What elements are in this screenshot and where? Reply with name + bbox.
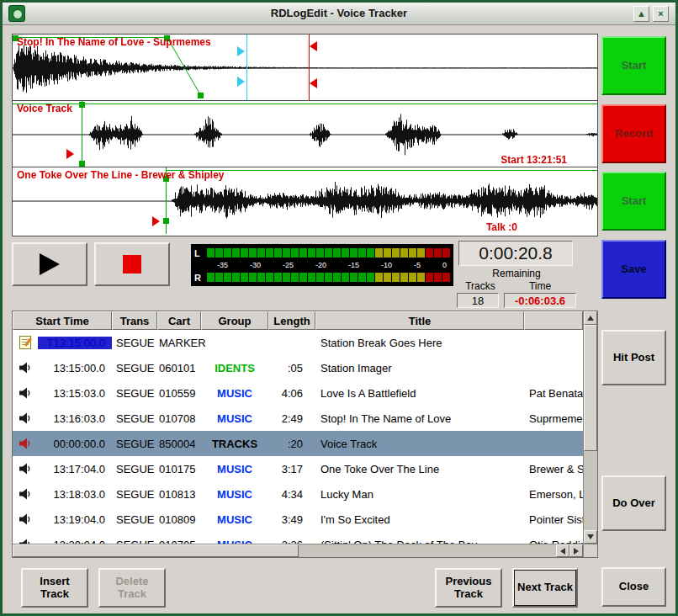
shade-button[interactable]: ▲	[633, 6, 649, 22]
end-marker[interactable]	[310, 78, 317, 88]
close-button[interactable]: Close	[601, 567, 666, 607]
cell-length: 3:17	[268, 463, 315, 475]
col-title[interactable]: Title	[315, 311, 524, 330]
speaker-icon	[19, 361, 32, 374]
row-icon	[13, 538, 38, 544]
meter-segment	[417, 248, 425, 258]
playhead-marker[interactable]	[237, 46, 245, 56]
previous-track-button[interactable]: Previous Track	[435, 568, 502, 608]
play-button[interactable]	[12, 242, 87, 286]
cell-group: MUSIC	[201, 488, 268, 501]
log-row[interactable]: 13:15:03.0 SEGUE 010559 MUSIC 4:06 Love …	[13, 380, 583, 406]
playhead-marker[interactable]	[237, 77, 245, 87]
hit-post-button[interactable]: Hit Post	[601, 330, 666, 385]
scroll-left-button[interactable]	[556, 544, 569, 557]
col-artist[interactable]	[524, 311, 583, 330]
horizontal-scrollbar[interactable]	[13, 544, 583, 557]
right-arrow-icon	[574, 548, 579, 555]
log-header: Start Time Trans Cart Group Length Title	[13, 311, 583, 330]
cell-group: MUSIC	[201, 513, 268, 526]
waveform-panel: Stop! In The Name of Love - Suprmemes Vo…	[12, 34, 598, 236]
meter-segment	[333, 248, 341, 258]
log-row[interactable]: T13:15:00.0 SEGUE MARKER Station Break G…	[13, 330, 583, 355]
log-row[interactable]: 13:16:03.0 SEGUE 010708 MUSIC 2:49 Stop!…	[13, 406, 583, 431]
meter-scale-tick: -35	[217, 261, 228, 269]
log-body: T13:15:00.0 SEGUE MARKER Station Break G…	[13, 330, 583, 544]
meter-segment	[392, 248, 400, 258]
meter-segment	[342, 273, 349, 282]
stop-button[interactable]	[94, 242, 170, 286]
meter-segment	[409, 273, 416, 282]
scroll-right-button[interactable]	[569, 544, 583, 557]
meter-segment	[224, 273, 231, 282]
waveform-track-1[interactable]: Stop! In The Name of Love - Suprmemes	[13, 35, 597, 101]
cell-length: :20	[268, 438, 315, 450]
meter-segment	[426, 248, 433, 258]
cell-trans: SEGUE	[112, 412, 157, 425]
waveform-track-2[interactable]: Voice Track Start 13:21:51	[13, 101, 597, 167]
meter-segment	[257, 273, 265, 282]
cell-trans: SEGUE	[112, 362, 157, 374]
marker-note-icon	[19, 336, 31, 349]
scroll-down-button[interactable]	[584, 530, 597, 544]
start-track3-button[interactable]: Start	[601, 172, 666, 231]
talk-time: Talk :0	[486, 221, 517, 233]
col-start-time[interactable]: Start Time	[13, 311, 112, 330]
delete-track-button[interactable]: Delete Track	[98, 568, 166, 608]
scroll-up-button[interactable]	[584, 311, 597, 325]
col-group[interactable]: Group	[201, 311, 268, 330]
save-button[interactable]: Save	[601, 240, 666, 299]
col-length[interactable]: Length	[268, 311, 315, 330]
log-row[interactable]: 13:18:03.0 SEGUE 010813 MUSIC 4:34 Lucky…	[13, 481, 583, 507]
col-cart[interactable]: Cart	[157, 311, 201, 330]
meter-segment	[266, 248, 273, 258]
meter-segment	[358, 248, 366, 258]
track-start-handle[interactable]	[163, 218, 169, 224]
cell-cart: 010809	[157, 513, 201, 526]
log-row[interactable]: 13:20:04.0 SEGUE 010705 MUSIC 3:26 (Sitt…	[13, 532, 583, 544]
log-row[interactable]: 00:00:00.0 SEGUE 850004 TRACKS :20 Voice…	[13, 431, 583, 456]
time-remaining-value: -0:06:03.6	[504, 293, 576, 308]
cell-artist: Brewer & Shipley	[524, 463, 583, 475]
playhead-line	[246, 35, 247, 100]
waveform-track-3[interactable]: One Toke Over The Line - Brewer & Shiple…	[13, 167, 597, 234]
meter-scale-tick: -15	[348, 261, 359, 269]
segue-marker[interactable]	[152, 216, 160, 226]
fade-end-handle[interactable]	[198, 93, 204, 98]
track-start-handle[interactable]	[79, 161, 85, 167]
meter-segment	[400, 248, 408, 258]
log-row[interactable]: 13:17:04.0 SEGUE 010175 MUSIC 3:17 One T…	[13, 456, 583, 481]
end-marker[interactable]	[310, 41, 317, 51]
cell-cart: 010175	[157, 463, 201, 475]
next-track-button[interactable]: Next Track	[512, 568, 578, 608]
segue-marker[interactable]	[66, 149, 74, 159]
window-title: RDLogEdit - Voice Tracker	[3, 7, 675, 19]
speaker-icon	[19, 412, 32, 425]
cell-length: 4:06	[268, 387, 315, 400]
titlebar[interactable]: RDLogEdit - Voice Tracker ▲ ×	[3, 3, 675, 25]
left-arrow-icon	[560, 548, 565, 555]
cell-start-time: 13:16:03.0	[38, 412, 112, 425]
do-over-button[interactable]: Do Over	[601, 475, 666, 531]
vertical-scroll-thumb[interactable]	[584, 325, 597, 451]
start-track1-button[interactable]: Start	[601, 36, 666, 95]
log-row[interactable]: 13:15:00.0 SEGUE 060101 IDENTS :05 Stati…	[13, 355, 583, 380]
log-row[interactable]: 13:19:04.0 SEGUE 010809 MUSIC 3:49 I'm S…	[13, 507, 583, 532]
close-icon[interactable]: ×	[653, 6, 669, 22]
track-start-handle[interactable]	[79, 102, 85, 108]
insert-track-button[interactable]: Insert Track	[21, 568, 88, 608]
col-trans[interactable]: Trans	[112, 311, 157, 330]
record-button[interactable]: Record	[601, 104, 666, 163]
cell-group: IDENTS	[201, 362, 268, 374]
meter-segment	[350, 273, 358, 282]
up-arrow-icon	[587, 316, 594, 321]
cell-title: Voice Track	[315, 438, 524, 450]
cell-artist: Emerson, Lake	[524, 488, 583, 501]
tracks-label: Tracks	[457, 280, 504, 292]
horizontal-scroll-thumb[interactable]	[13, 544, 299, 557]
meter-right-label: R	[194, 273, 205, 283]
meter-segment	[283, 248, 290, 258]
meter-segment	[367, 273, 374, 282]
vertical-scrollbar[interactable]	[583, 311, 597, 544]
down-arrow-icon	[587, 534, 594, 539]
